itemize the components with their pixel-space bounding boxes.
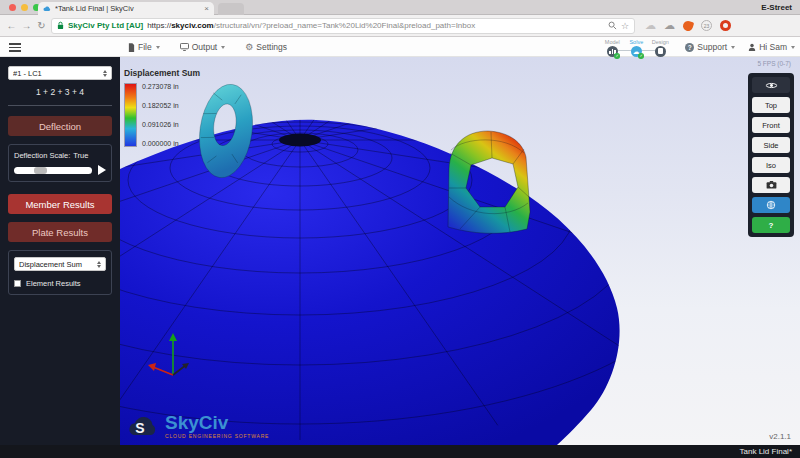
skyciv-cloud-logo-icon: S [126, 414, 162, 438]
legend-min-value: 0.000000 in [142, 140, 179, 147]
watermark-tagline: CLOUD ENGINEERING SOFTWARE [165, 433, 269, 439]
minimize-window-button[interactable] [21, 4, 28, 11]
menubar-right: Model ✓ Solve ☁✓ Design ? Support Hi Sam [600, 37, 795, 57]
padlock-icon [57, 21, 64, 30]
view-top-button[interactable]: Top [752, 97, 790, 113]
deflection-scale-panel: Deflection Scale:True [8, 144, 112, 182]
search-icon[interactable] [608, 21, 617, 30]
visibility-button[interactable] [752, 77, 790, 93]
view-front-button[interactable]: Front [752, 117, 790, 133]
badge-extension-icon[interactable]: 23 [701, 20, 712, 31]
plate-results-button[interactable]: Plate Results [8, 222, 112, 242]
slider-handle[interactable] [34, 167, 47, 174]
check-icon: ✓ [638, 53, 644, 59]
question-icon: ? [685, 43, 694, 52]
load-case-select[interactable]: #1 - LC1 [8, 66, 112, 80]
main-menus: File Output ⚙ Settings [128, 37, 287, 57]
result-legend: Displacement Sum 0.273078 in 0.182052 in… [124, 68, 200, 147]
status-bar: Tank Lid Final* [0, 445, 800, 458]
check-icon: ✓ [614, 53, 620, 59]
file-icon [128, 43, 135, 52]
browser-window: *Tank Lid Final | SkyCiv × E-Street ← → … [0, 0, 800, 458]
deflection-scale-label: Deflection Scale: [14, 151, 70, 160]
tab-close-icon[interactable]: × [204, 4, 209, 13]
solve-cloud-icon: ☁✓ [631, 46, 642, 57]
legend-color-scale [124, 83, 137, 147]
workflow-solve[interactable]: Solve ☁✓ [624, 39, 648, 57]
select-stepper-icon [103, 70, 107, 77]
view-iso-button[interactable]: Iso [752, 157, 790, 173]
legend-title: Displacement Sum [124, 68, 200, 78]
deflection-button[interactable]: Deflection [8, 116, 112, 136]
member-results-button[interactable]: Member Results [8, 194, 112, 214]
view-side-button[interactable]: Side [752, 137, 790, 153]
results-sidebar: #1 - LC1 1 + 2 + 3 + 4 Deflection Deflec… [0, 57, 120, 445]
forward-button[interactable]: → [19, 20, 34, 31]
monitor-icon [180, 43, 189, 51]
eye-icon [765, 81, 778, 90]
skyciv-watermark: S SkyCiv CLOUD ENGINEERING SOFTWARE [126, 413, 269, 439]
select-stepper-icon [97, 261, 101, 268]
red-circle-extension-icon[interactable] [720, 20, 731, 31]
url-text: https://skyciv.com/structural/vn/?preloa… [147, 21, 604, 30]
user-menu[interactable]: Hi Sam [748, 42, 795, 52]
bookmark-star-icon[interactable]: ☆ [621, 21, 629, 31]
refresh-button[interactable]: ↻ [34, 20, 49, 31]
plate-results-panel: Displacement Sum Element Results [8, 250, 112, 295]
chevron-down-icon [221, 46, 225, 49]
model-viewport[interactable]: 5 FPS (0-7) Displacement Sum 0.273078 in… [120, 57, 800, 445]
workflow-model[interactable]: Model ✓ [600, 39, 624, 57]
url-bar-row: ← → ↻ SkyCiv Pty Ltd [AU] https://skyciv… [0, 15, 800, 37]
url-field[interactable]: SkyCiv Pty Ltd [AU] https://skyciv.com/s… [51, 18, 635, 34]
close-window-button[interactable] [9, 4, 16, 11]
workflow-steps: Model ✓ Solve ☁✓ Design [600, 39, 672, 57]
legend-value: 0.091026 in [142, 121, 179, 128]
open-file-name: Tank Lid Final* [740, 447, 792, 456]
cloud-extension-icon[interactable]: ☁ [645, 20, 656, 31]
tank-dome [120, 120, 620, 445]
element-results-checkbox[interactable] [14, 280, 21, 287]
gear-icon: ⚙ [245, 43, 253, 52]
help-button[interactable]: ? [752, 217, 790, 233]
element-results-label: Element Results [26, 279, 81, 288]
tab-favicon [43, 5, 51, 13]
play-animation-icon[interactable] [98, 165, 106, 175]
watermark-name: SkyCiv [165, 413, 269, 432]
deflection-scale-value: True [73, 151, 88, 160]
back-button[interactable]: ← [4, 20, 19, 31]
tab-title: *Tank Lid Final | SkyCiv [55, 4, 200, 13]
dome-apex-hole [279, 134, 321, 147]
settings-menu[interactable]: ⚙ Settings [245, 42, 287, 52]
app-version: v2.1.1 [769, 432, 791, 441]
workflow-design[interactable]: Design [648, 39, 672, 57]
titlebar: *Tank Lid Final | SkyCiv × E-Street [0, 0, 800, 15]
orange-extension-icon[interactable] [682, 19, 695, 32]
design-doc-icon [655, 46, 666, 57]
render-mode-button[interactable] [752, 197, 790, 213]
support-menu[interactable]: ? Support [685, 42, 735, 52]
ev-certificate-name: SkyCiv Pty Ltd [AU] [68, 21, 143, 30]
result-type-select[interactable]: Displacement Sum [14, 257, 106, 271]
divider [8, 105, 112, 106]
load-combination-text: 1 + 2 + 3 + 4 [8, 87, 112, 97]
cloud-sync-extension-icon[interactable]: ☁ [664, 20, 675, 31]
hamburger-menu-icon[interactable] [9, 43, 21, 54]
legend-max-value: 0.273078 in [142, 83, 179, 90]
file-menu[interactable]: File [128, 42, 160, 52]
screenshot-button[interactable] [752, 177, 790, 193]
legend-value: 0.182052 in [142, 102, 179, 109]
svg-text:S: S [135, 420, 144, 436]
deflection-scale-slider[interactable] [14, 167, 92, 174]
chevron-down-icon [791, 46, 795, 49]
tank-lid-3d-model [120, 57, 800, 445]
view-toolbar: Top Front Side Iso ? [748, 73, 794, 237]
new-tab-button[interactable] [218, 3, 244, 15]
chevron-down-icon [156, 46, 160, 49]
model-icon: ✓ [607, 46, 618, 57]
camera-icon [766, 181, 777, 189]
profile-name: E-Street [761, 3, 792, 12]
output-menu[interactable]: Output [180, 42, 226, 52]
browser-tab[interactable]: *Tank Lid Final | SkyCiv × [38, 2, 214, 15]
person-icon [748, 43, 756, 51]
globe-icon [766, 200, 776, 210]
